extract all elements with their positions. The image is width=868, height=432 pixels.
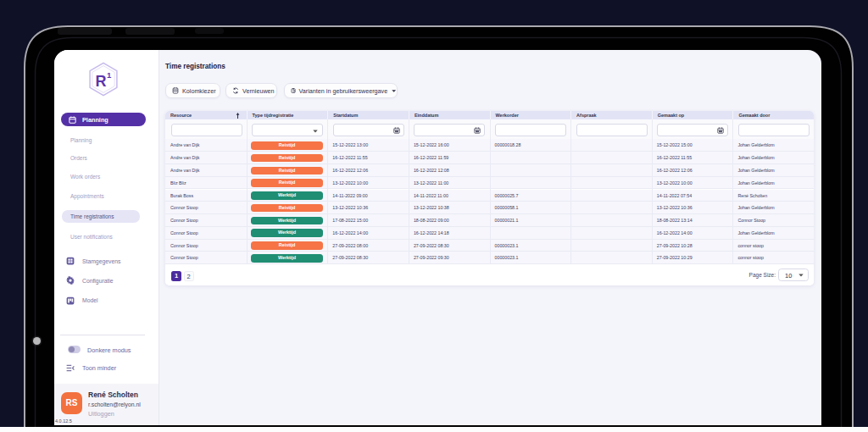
svg-text:R: R [96,73,107,90]
svg-text:1: 1 [107,70,112,80]
